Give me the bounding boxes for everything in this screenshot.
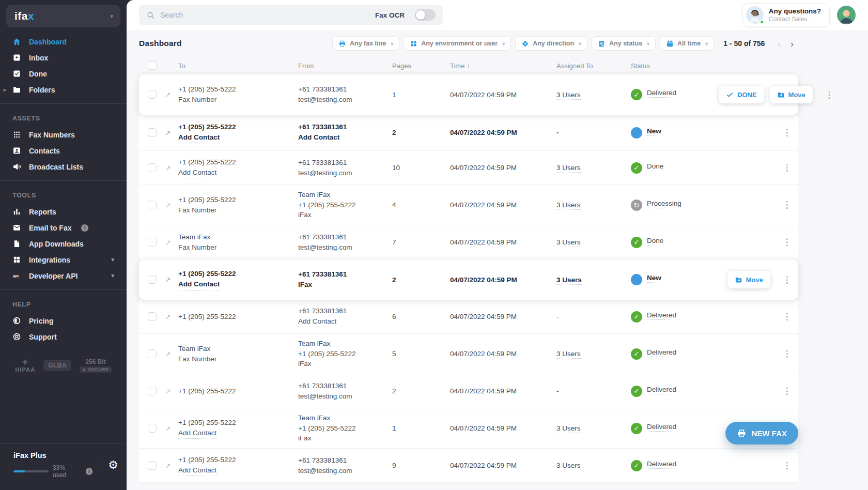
row-checkbox[interactable] [148, 312, 157, 321]
new-fax-button[interactable]: NEW FAX [725, 422, 798, 445]
status-label[interactable]: Delivered [647, 460, 676, 469]
to-secondary[interactable]: Add Contact [178, 132, 220, 144]
row-menu-kebab-icon[interactable]: ⋮ [776, 348, 798, 359]
status-label[interactable]: Delivered [647, 386, 676, 394]
table-row[interactable]: ↗Team iFaxFax NumberTeam iFax+1 (205) 25… [139, 334, 798, 374]
select-all-checkbox[interactable] [148, 61, 157, 70]
row-menu-kebab-icon[interactable]: ⋮ [776, 237, 798, 248]
assigned-users-link[interactable]: 3 Users [556, 350, 581, 359]
row-checkbox[interactable] [148, 163, 157, 172]
sidebar-item-broadcast-lists[interactable]: Broadcast Lists [0, 159, 127, 175]
filter-any-environment-or-user[interactable]: Any environment or user▾ [404, 36, 511, 51]
sidebar-item-developer-api[interactable]: APIDeveloper API▾ [0, 268, 127, 284]
status-label[interactable]: Delivered [647, 311, 676, 320]
row-checkbox[interactable] [148, 128, 157, 137]
workspace-switcher[interactable]: ifax ▾ [6, 5, 120, 27]
to-secondary[interactable]: Add Contact [178, 465, 216, 477]
move-button[interactable]: Move [727, 271, 770, 288]
row-checkbox[interactable] [148, 238, 157, 247]
sidebar-item-label: Inbox [29, 54, 48, 62]
to-secondary[interactable]: Add Contact [178, 428, 216, 439]
row-menu-kebab-icon[interactable]: ⋮ [776, 274, 798, 285]
table-row[interactable]: ↗Team iFaxFax Number+61 733381361test@te… [139, 225, 798, 259]
sidebar-item-integrations[interactable]: Integrations▾ [0, 252, 127, 268]
sidebar-item-fax-numbers[interactable]: Fax Numbers [0, 127, 127, 143]
status-label[interactable]: Done [647, 237, 663, 246]
sidebar-item-done[interactable]: Done [0, 66, 127, 82]
assigned-users-link[interactable]: 3 Users [556, 238, 581, 247]
row-checkbox[interactable] [148, 461, 157, 470]
filter-any-fax-line[interactable]: Any fax line▾ [332, 36, 399, 51]
settings-gear-icon[interactable]: ⚙ [108, 460, 118, 471]
table-row[interactable]: ↗+1 (205) 255-5222+61 733381361Add Conta… [139, 300, 798, 334]
sidebar-item-dashboard[interactable]: Dashboard [0, 34, 127, 50]
status-label[interactable]: New [647, 274, 661, 283]
to-secondary: Fax Number [178, 242, 216, 253]
move-button[interactable]: Move [770, 86, 813, 103]
done-button[interactable]: DONE [719, 86, 764, 103]
row-checkbox[interactable] [148, 387, 157, 395]
filter-any-status[interactable]: Any status▾ [592, 36, 656, 51]
row-menu-kebab-icon[interactable]: ⋮ [776, 200, 798, 210]
status-label[interactable]: New [647, 127, 661, 136]
row-checkbox[interactable] [148, 424, 157, 433]
to-secondary[interactable]: Add Contact [178, 167, 216, 179]
table-row[interactable]: ↗+1 (205) 255-5222Add Contact+61 7333813… [139, 151, 798, 185]
contact-sales-card[interactable]: Any questions? Contact Sales. [742, 3, 830, 27]
row-menu-kebab-icon[interactable]: ⋮ [776, 162, 798, 173]
cell-from: +61 733381361test@testing.com [298, 381, 392, 401]
assigned-users-link[interactable]: 3 Users [556, 462, 581, 470]
row-checkbox[interactable] [148, 349, 157, 358]
status-label[interactable]: Processing [647, 200, 681, 208]
row-menu-kebab-icon[interactable]: ⋮ [776, 460, 798, 471]
cell-from: +61 733381361test@testing.com [298, 232, 392, 252]
status-label[interactable]: Delivered [647, 423, 676, 432]
sidebar-item-email-to-fax[interactable]: Email to Faxi [0, 220, 127, 236]
outgoing-arrow-icon: ↗ [165, 350, 171, 358]
row-checkbox[interactable] [148, 90, 157, 99]
sidebar-item-folders[interactable]: ▸Folders [0, 82, 127, 98]
prev-page-button[interactable]: ‹ [773, 39, 785, 49]
sidebar-item-pricing[interactable]: Pricing [0, 313, 127, 329]
filter-all-time[interactable]: All time▾ [660, 36, 714, 51]
row-checkbox[interactable] [148, 275, 157, 284]
assigned-users-link[interactable]: 3 Users [556, 91, 581, 100]
sidebar-item-app-downloads[interactable]: App Downloads [0, 236, 127, 252]
from-secondary[interactable]: Add Contact [298, 132, 339, 144]
table-row[interactable]: ↗+1 (205) 255-5222Add ContactTeam iFax+1… [139, 408, 798, 449]
to-secondary[interactable]: Add Contact [178, 279, 220, 290]
search-input[interactable]: Search Fax OCR [139, 5, 443, 25]
row-menu-kebab-icon[interactable]: ⋮ [818, 89, 841, 100]
table-row[interactable]: ↗+1 (205) 255-5222Fax Number+61 73338136… [139, 74, 798, 115]
status-label[interactable]: Delivered [647, 348, 676, 357]
sidebar-item-reports[interactable]: Reports [0, 204, 127, 220]
from-secondary[interactable]: Add Contact [298, 316, 336, 328]
row-menu-kebab-icon[interactable]: ⋮ [776, 127, 798, 138]
filter-any-direction[interactable]: Any direction▾ [515, 36, 587, 51]
cell-from: +61 733381361test@testing.com [298, 84, 392, 104]
user-avatar[interactable] [837, 6, 856, 24]
table-row[interactable]: ↗+1 (205) 255-5222+61 733381361test@test… [139, 374, 798, 408]
sidebar-item-support[interactable]: Support [0, 329, 127, 345]
sort-desc-icon[interactable]: ↓ [467, 62, 470, 69]
status-label[interactable]: Done [647, 162, 663, 171]
assigned-users-link[interactable]: 3 Users [556, 424, 581, 433]
row-menu-kebab-icon[interactable]: ⋮ [776, 386, 798, 396]
assigned-users-link[interactable]: 3 Users [556, 201, 581, 210]
row-menu-kebab-icon[interactable]: ⋮ [776, 311, 798, 322]
assigned-users-link[interactable]: 3 Users [556, 164, 581, 173]
fax-ocr-toggle[interactable] [415, 9, 436, 21]
chevron-right-icon[interactable]: ▸ [4, 87, 6, 93]
table-row[interactable]: ↗+1 (205) 255-5222Add Contact+61 7333813… [139, 449, 798, 483]
sidebar-item-contacts[interactable]: Contacts [0, 143, 127, 159]
sidebar-item-label: Reports [29, 208, 56, 216]
table-row[interactable]: ↗+1 (205) 255-5222Fax NumberTeam iFax+1 … [139, 185, 798, 225]
row-checkbox[interactable] [148, 201, 157, 209]
status-label[interactable]: Delivered [647, 89, 676, 98]
assigned-users-link[interactable]: 3 Users [556, 276, 582, 285]
cell-assigned: 3 Users [556, 238, 631, 246]
table-row[interactable]: ↗+1 (205) 255-5222Add Contact+61 7333813… [139, 115, 798, 151]
table-row[interactable]: ↗+1 (205) 255-5222Add Contact+61 7333813… [139, 259, 798, 300]
sidebar-item-inbox[interactable]: Inbox [0, 50, 127, 66]
next-page-button[interactable]: › [786, 39, 798, 49]
